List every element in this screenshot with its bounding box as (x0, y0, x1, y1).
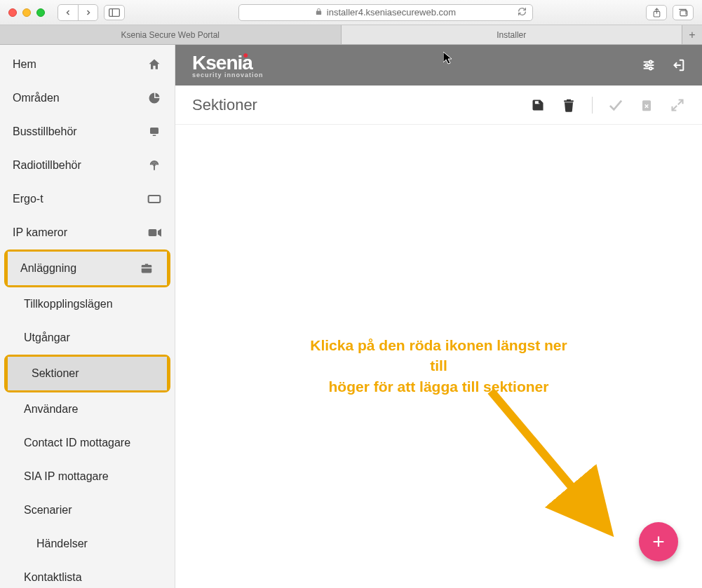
address-bar[interactable]: installer4.kseniasecureweb.com (238, 4, 533, 21)
sidebar-item-home[interactable]: Hem (0, 48, 175, 81)
sidebar-item-plant[interactable]: Anläggning (8, 252, 167, 285)
annot-box-sections: Sektioner (4, 355, 170, 392)
app-root: Hem Områden Busstillbehör Radiotillbehör (0, 45, 702, 588)
address-url: installer4.kseniasecureweb.com (327, 7, 456, 18)
plus-icon: + (652, 530, 665, 554)
divider (592, 97, 593, 114)
delete-button[interactable] (561, 97, 576, 113)
sidebar-item-areas[interactable]: Områden (0, 81, 175, 115)
sidebar-item-label: Händelser (36, 538, 88, 550)
sidebar-sub-sections[interactable]: Sektioner (8, 357, 167, 390)
svg-rect-8 (149, 196, 161, 203)
discard-button[interactable] (639, 97, 654, 113)
svg-rect-5 (153, 135, 156, 137)
back-button[interactable] (58, 5, 78, 20)
annotation-arrow-icon (477, 377, 631, 545)
sidebar-item-label: Områden (13, 92, 60, 104)
new-tab-button[interactable]: + (682, 25, 702, 44)
annot-box-plant: Anläggning (4, 249, 170, 287)
logout-button[interactable] (668, 55, 688, 75)
camera-icon (147, 225, 162, 240)
svg-point-6 (154, 164, 155, 165)
sidebar-sub-arming[interactable]: Tillkopplingslägen (0, 287, 175, 321)
reload-icon[interactable] (518, 7, 527, 18)
sidebar-item-label: Radiotillbehör (13, 159, 81, 172)
tabs-overview-button[interactable] (673, 5, 694, 20)
sidebar-item-label: Busstillbehör (13, 125, 77, 138)
sidebar-item-bus[interactable]: Busstillbehör (0, 115, 175, 149)
nav-arrow-group (58, 4, 98, 21)
monitor-icon (147, 124, 162, 139)
sidebar-sub-siaip[interactable]: SIA IP mottagare (0, 460, 175, 493)
share-button[interactable] (646, 5, 667, 20)
sidebar-item-label: Sektioner (32, 367, 79, 380)
main-column: Ksenia● security innovation Sektioner (175, 45, 702, 588)
svg-rect-0 (109, 8, 120, 16)
toolbar-right (646, 5, 694, 20)
sidebar-item-label: Kontaktlista (24, 571, 82, 584)
svg-rect-4 (150, 128, 158, 134)
annotation-text: Klicka på den röda ikonen längst ner til… (307, 335, 571, 397)
annotation-line2: höger för att lägga till sektioner (329, 378, 549, 395)
sidebar-item-label: Utgångar (24, 331, 70, 344)
sidebar-toggle-button[interactable] (104, 5, 125, 20)
sidebar-item-label: IP kameror (13, 226, 67, 239)
annotation-line1: Klicka på den röda ikonen längst ner til… (310, 337, 567, 374)
lock-icon (315, 7, 323, 18)
sidebar-item-label: Anläggning (20, 262, 76, 275)
content-actions (530, 97, 685, 114)
svg-rect-9 (149, 229, 157, 236)
content-header: Sektioner (175, 86, 702, 125)
sidebar-sub-events[interactable]: Händelser (0, 527, 175, 561)
tab-portal[interactable]: Ksenia Secure Web Portal (0, 25, 342, 44)
app-header: Ksenia● security innovation (175, 45, 702, 86)
sidebar-item-label: Användare (24, 403, 78, 416)
sidebar-item-ergot[interactable]: Ergo-t (0, 182, 175, 216)
tab-strip: Ksenia Secure Web Portal Installer + (0, 25, 702, 45)
home-icon (147, 57, 162, 72)
confirm-button[interactable] (608, 97, 623, 113)
briefcase-icon (139, 261, 154, 276)
zoom-window-icon[interactable] (36, 8, 45, 17)
tab-label: Installer (497, 30, 526, 40)
sidebar-sub-contactid[interactable]: Contact ID mottagare (0, 426, 175, 460)
save-button[interactable] (530, 97, 546, 113)
tab-installer[interactable]: Installer (342, 25, 683, 44)
tab-label: Ksenia Secure Web Portal (121, 30, 220, 40)
piechart-icon (147, 90, 162, 106)
content-body: Klicka på den röda ikonen längst ner til… (175, 125, 702, 588)
collapse-button[interactable] (670, 97, 685, 113)
window-controls (8, 8, 45, 17)
safari-toolbar: installer4.kseniasecureweb.com (0, 0, 702, 25)
svg-marker-10 (158, 228, 161, 237)
page-title: Sektioner (192, 96, 257, 114)
sidebar-item-label: Ergo-t (13, 193, 43, 205)
sidebar-item-ipcameras[interactable]: IP kameror (0, 216, 175, 249)
add-section-fab[interactable]: + (639, 522, 678, 561)
sidebar-sub-scenarios[interactable]: Scenarier (0, 493, 175, 527)
forward-button[interactable] (78, 5, 97, 20)
sidebar-sub-contacts[interactable]: Kontaktlista (0, 561, 175, 588)
sidebar-item-radio[interactable]: Radiotillbehör (0, 149, 175, 182)
svg-point-16 (649, 67, 652, 70)
sidebar-item-label: Contact ID mottagare (24, 437, 130, 449)
close-window-icon[interactable] (8, 8, 17, 17)
sidebar-item-label: Scenarier (24, 504, 72, 517)
svg-point-15 (645, 64, 648, 67)
sidebar: Hem Områden Busstillbehör Radiotillbehör (0, 45, 175, 588)
antenna-icon (147, 158, 162, 173)
sidebar-sub-outputs[interactable]: Utgångar (0, 321, 175, 355)
svg-point-14 (649, 61, 652, 64)
address-bar-wrapper: installer4.kseniasecureweb.com (173, 4, 598, 21)
svg-line-22 (491, 391, 603, 524)
sidebar-item-label: Tillkopplingslägen (24, 298, 113, 310)
minimize-window-icon[interactable] (22, 8, 31, 17)
sidebar-item-label: Hem (13, 58, 36, 71)
sidebar-sub-users[interactable]: Användare (0, 392, 175, 426)
rect-icon (147, 191, 162, 207)
sidebar-item-label: SIA IP mottagare (24, 470, 109, 483)
settings-button[interactable] (639, 55, 659, 75)
brand-logo: Ksenia● security innovation (192, 52, 264, 78)
